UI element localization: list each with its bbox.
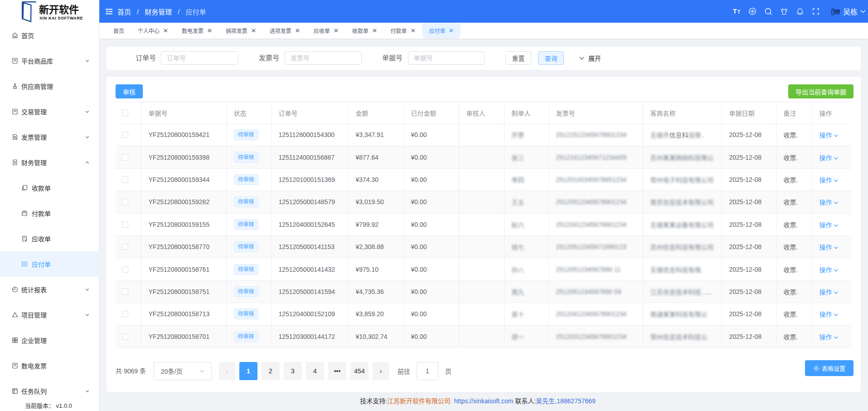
- svg-text:T: T: [737, 10, 740, 15]
- svg-text:T: T: [733, 8, 737, 15]
- svg-text:中: 中: [751, 9, 755, 14]
